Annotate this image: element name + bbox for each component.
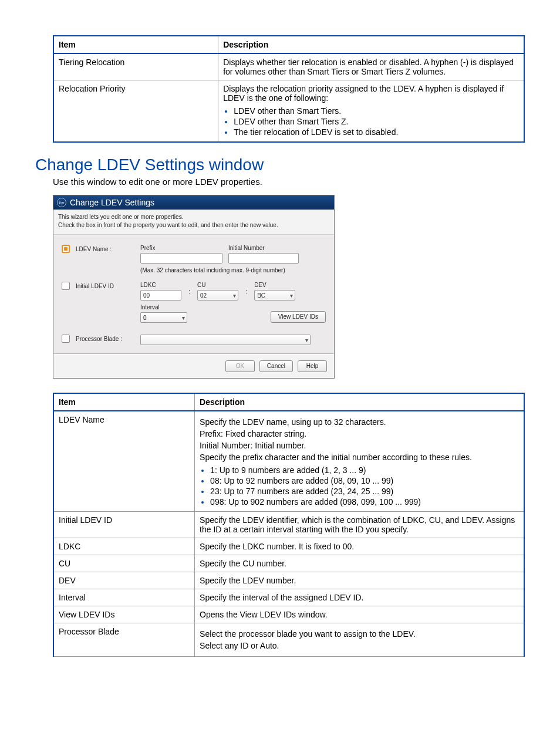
checkbox-initial-ldev-id[interactable]	[62, 282, 70, 290]
dev-select[interactable]: BC	[254, 290, 295, 301]
desc-text: Displays the relocation priority assigne…	[223, 84, 504, 103]
p: Select the processor blade you want to a…	[200, 629, 519, 639]
row-interval: Interval Specify the interval of the ass…	[53, 589, 524, 606]
help-line2: Check the box in front of the property y…	[58, 221, 329, 229]
ldev-name-hint: (Max. 32 characters total including max.…	[140, 267, 326, 274]
bullet: 23: Up to 77 numbers are added (23, 24, …	[210, 487, 519, 496]
row-view-ldev-ids: View LDEV IDs Opens the View LDEV IDs wi…	[53, 606, 524, 623]
interval-select[interactable]: 0	[140, 312, 187, 323]
cell-desc: Displays the relocation priority assigne…	[218, 80, 524, 143]
cu-select[interactable]: 02	[197, 290, 238, 301]
dialog-body: LDEV Name : Prefix Initial Number (Max. …	[53, 235, 334, 354]
hp-logo-icon: hp	[57, 198, 66, 207]
table-ldev-display-fields: Item Description Tiering Relocation Disp…	[53, 35, 525, 143]
colon-separator: :	[244, 286, 248, 296]
cell-desc: Select the processor blade you want to a…	[195, 623, 524, 657]
dialog-titlebar: hp Change LDEV Settings	[53, 195, 334, 210]
help-line1: This wizard lets you edit one or more pr…	[58, 213, 329, 221]
p: Specify the LDEV name, using up to 32 ch…	[200, 417, 519, 427]
cell-desc: Specify the CU number.	[195, 555, 524, 572]
bullet: LDEV other than Smart Tiers Z.	[234, 117, 519, 126]
cell-desc: Displays whether tier relocation is enab…	[218, 53, 524, 80]
ok-button[interactable]: OK	[225, 360, 255, 372]
label-cu: CU	[197, 282, 238, 288]
cell-item: LDEV Name	[53, 411, 195, 512]
label-initial-ldev-id: Initial LDEV ID	[76, 282, 140, 289]
row-initial-ldev-id: Initial LDEV ID Specify the LDEV identif…	[53, 512, 524, 538]
processor-blade-select[interactable]	[140, 335, 311, 345]
cell-desc: Specify the LDEV identifier, which is th…	[195, 512, 524, 538]
prefix-input[interactable]	[140, 253, 222, 264]
p: Prefix: Fixed character string.	[200, 429, 519, 438]
cell-desc: Specify the LDEV name, using up to 32 ch…	[195, 411, 524, 512]
row-dev: DEV Specify the LDEV number.	[53, 572, 524, 589]
p: Initial Number: Initial number.	[200, 441, 519, 450]
row-processor-blade: Processor Blade :	[62, 335, 326, 346]
table-change-ldev-settings-items: Item Description LDEV Name Specify the L…	[53, 393, 525, 657]
label-ldev-name: LDEV Name :	[76, 245, 140, 252]
bullet: The tier relocation of LDEV is set to di…	[234, 127, 519, 137]
label-initial-number: Initial Number	[228, 245, 299, 251]
change-ldev-settings-dialog: hp Change LDEV Settings This wizard lets…	[53, 195, 335, 379]
row-ldev-name: LDEV Name : Prefix Initial Number (Max. …	[62, 245, 326, 274]
cell-desc: Opens the View LDEV IDs window.	[195, 606, 524, 623]
row-tiering-relocation: Tiering Relocation Displays whether tier…	[53, 53, 524, 80]
dialog-footer: OK Cancel Help	[53, 354, 334, 378]
help-button[interactable]: Help	[298, 360, 327, 372]
section-heading: Change LDEV Settings window	[35, 156, 525, 174]
label-interval: Interval	[140, 304, 187, 310]
cancel-button[interactable]: Cancel	[259, 360, 293, 372]
cell-desc: Specify the interval of the assigned LDE…	[195, 589, 524, 606]
cell-item: Interval	[53, 589, 195, 606]
cell-item: View LDEV IDs	[53, 606, 195, 623]
section-intro: Use this window to edit one or more LDEV…	[53, 177, 525, 187]
p: Specify the prefix character and the ini…	[200, 453, 519, 462]
dialog-helptext: This wizard lets you edit one or more pr…	[53, 210, 334, 235]
cell-desc: Specify the LDEV number.	[195, 572, 524, 589]
th-item: Item	[53, 36, 218, 53]
th-item: Item	[53, 393, 195, 411]
cell-item: Processor Blade	[53, 623, 195, 657]
label-prefix: Prefix	[140, 245, 222, 251]
cell-item: CU	[53, 555, 195, 572]
cell-item: Tiering Relocation	[53, 53, 218, 80]
ldkc-input[interactable]: 00	[140, 290, 181, 301]
colon-separator: :	[187, 286, 191, 296]
bullet: 1: Up to 9 numbers are added (1, 2, 3 ..…	[210, 465, 519, 475]
cell-item: Relocation Priority	[53, 80, 218, 143]
row-processor-blade: Processor Blade Select the processor bla…	[53, 623, 524, 657]
view-ldev-ids-button[interactable]: View LDEV IDs	[271, 311, 326, 323]
initial-number-input[interactable]	[228, 253, 299, 264]
row-initial-ldev-id: Initial LDEV ID LDKC 00 : CU 02 :	[62, 282, 326, 326]
row-ldkc: LDKC Specify the LDKC number. It is fixe…	[53, 538, 524, 555]
cell-desc: Specify the LDKC number. It is fixed to …	[195, 538, 524, 555]
label-dev: DEV	[254, 282, 295, 288]
bullet: LDEV other than Smart Tiers.	[234, 106, 519, 116]
cell-item: LDKC	[53, 538, 195, 555]
bullet: 098: Up to 902 numbers are added (098, 0…	[210, 497, 519, 507]
cell-item: Initial LDEV ID	[53, 512, 195, 538]
th-description: Description	[195, 393, 524, 411]
row-relocation-priority: Relocation Priority Displays the relocat…	[53, 80, 524, 143]
checkbox-ldev-name[interactable]	[62, 245, 70, 253]
checkbox-processor-blade[interactable]	[62, 335, 70, 343]
label-ldkc: LDKC	[140, 282, 181, 288]
label-processor-blade: Processor Blade :	[76, 335, 140, 342]
row-cu: CU Specify the CU number.	[53, 555, 524, 572]
dialog-title: Change LDEV Settings	[70, 198, 154, 207]
p: Select any ID or Auto.	[200, 641, 519, 650]
row-ldev-name: LDEV Name Specify the LDEV name, using u…	[53, 411, 524, 512]
bullet: 08: Up to 92 numbers are added (08, 09, …	[210, 476, 519, 485]
cell-item: DEV	[53, 572, 195, 589]
th-description: Description	[218, 36, 524, 53]
